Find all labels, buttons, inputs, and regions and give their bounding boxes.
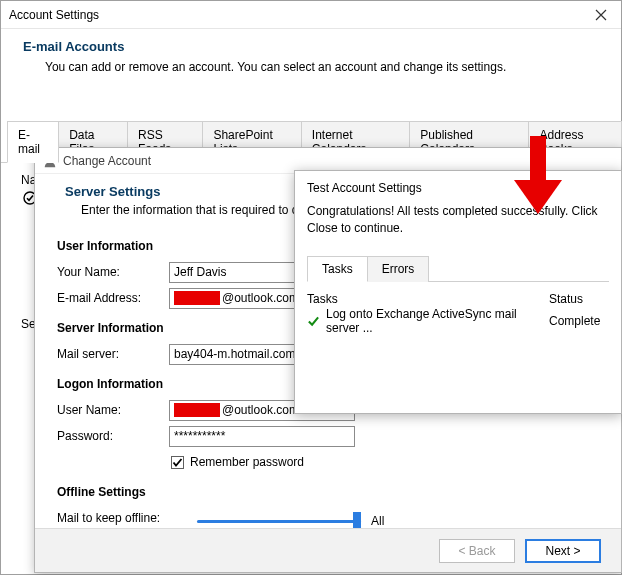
section-offline: Offline Settings xyxy=(57,485,599,499)
redacted-block xyxy=(174,291,220,305)
change-account-footer: < Back Next > xyxy=(35,528,621,572)
value-your-name: Jeff Davis xyxy=(174,265,226,279)
close-button[interactable] xyxy=(581,1,621,29)
tab-errors[interactable]: Errors xyxy=(367,256,430,282)
test-account-settings-window: Test Account Settings Congratulations! A… xyxy=(294,170,622,414)
tab-email[interactable]: E-mail xyxy=(7,121,59,163)
remember-password-checkbox[interactable]: Remember password xyxy=(171,455,599,469)
close-icon xyxy=(595,9,607,21)
tab-label: Tasks xyxy=(322,262,353,276)
col-header-status: Status xyxy=(549,292,609,306)
tab-label: E-mail xyxy=(18,128,40,156)
value-password: *********** xyxy=(174,429,225,443)
checkmark-icon xyxy=(307,314,320,328)
test-tabs: Tasks Errors xyxy=(307,255,609,282)
account-settings-titlebar: Account Settings xyxy=(1,1,621,29)
test-account-settings-title: Test Account Settings xyxy=(295,171,621,203)
tab-label: Errors xyxy=(382,262,415,276)
tab-tasks[interactable]: Tasks xyxy=(307,256,368,282)
test-account-settings-message: Congratulations! All tests completed suc… xyxy=(295,203,621,249)
input-password[interactable]: *********** xyxy=(169,426,355,447)
next-button[interactable]: Next > xyxy=(525,539,601,563)
account-settings-subtitle: You can add or remove an account. You ca… xyxy=(23,60,599,74)
value-mail-server: bay404-m.hotmail.com xyxy=(174,347,295,361)
label-your-name: Your Name: xyxy=(57,265,169,279)
value-user-name-suffix: @outlook.com xyxy=(222,403,299,417)
change-account-title: Change Account xyxy=(63,154,151,168)
label-mail-server: Mail server: xyxy=(57,347,169,361)
value-email-suffix: @outlook.com xyxy=(222,291,299,305)
label-user-name: User Name: xyxy=(57,403,169,417)
offline-slider-value: All xyxy=(371,514,384,528)
next-button-label: Next > xyxy=(545,544,580,558)
task-status: Complete xyxy=(549,314,609,328)
task-row: Log onto Exchange ActiveSync mail server… xyxy=(307,310,609,332)
task-name: Log onto Exchange ActiveSync mail server… xyxy=(326,307,549,335)
label-mail-offline: Mail to keep offline: xyxy=(57,511,197,525)
account-settings-title: Account Settings xyxy=(1,8,99,22)
col-header-tasks: Tasks xyxy=(307,292,549,306)
tasks-table: Tasks Status Log onto Exchange ActiveSyn… xyxy=(307,288,609,332)
account-settings-heading: E-mail Accounts xyxy=(23,39,599,54)
checkbox-icon xyxy=(171,456,184,469)
account-settings-header: E-mail Accounts You can add or remove an… xyxy=(1,29,621,92)
back-button[interactable]: < Back xyxy=(439,539,515,563)
remember-password-label: Remember password xyxy=(190,455,304,469)
label-password: Password: xyxy=(57,429,169,443)
back-button-label: < Back xyxy=(458,544,495,558)
redacted-block xyxy=(174,403,220,417)
label-email: E-mail Address: xyxy=(57,291,169,305)
